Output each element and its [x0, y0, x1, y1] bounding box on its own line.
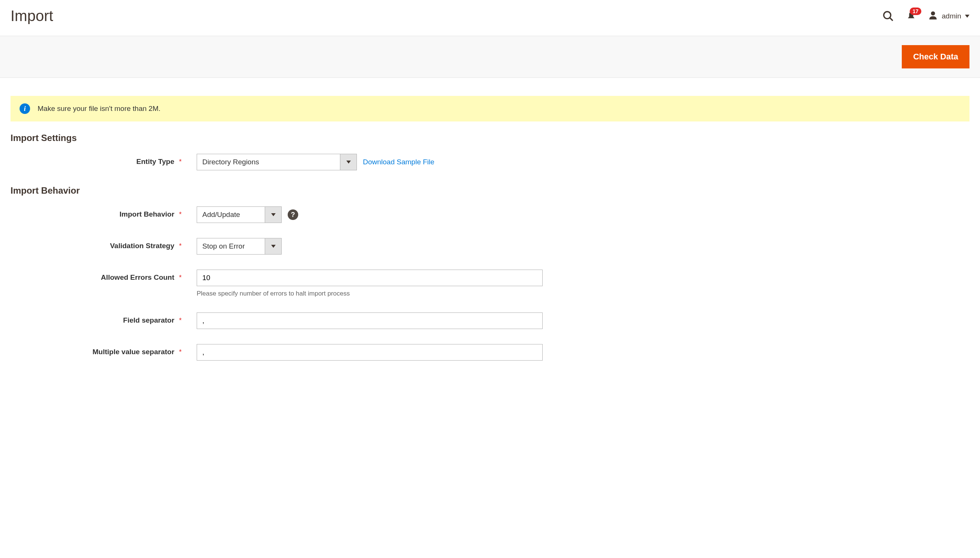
- info-icon: i: [20, 103, 30, 114]
- field-entity-type: Entity Type * Directory Regions Download…: [10, 154, 970, 170]
- required-mark: *: [179, 317, 182, 324]
- multiple-value-separator-label: Multiple value separator: [92, 348, 174, 356]
- validation-strategy-label: Validation Strategy: [110, 242, 174, 249]
- svg-line-1: [890, 18, 893, 21]
- action-bar: Check Data: [0, 36, 980, 78]
- header-actions: 17 admin: [882, 10, 970, 22]
- field-validation-strategy: Validation Strategy * Stop on Error: [10, 238, 970, 254]
- field-separator-input[interactable]: [197, 312, 543, 329]
- user-menu[interactable]: admin: [928, 10, 970, 22]
- field-import-behavior: Import Behavior * Add/Update ?: [10, 207, 970, 223]
- chevron-down-icon: [965, 15, 970, 18]
- field-field-separator: Field separator *: [10, 312, 970, 329]
- page-header: Import 17 admin: [10, 0, 970, 36]
- import-behavior-select[interactable]: Add/Update: [197, 207, 282, 223]
- multiple-value-separator-input[interactable]: [197, 344, 543, 361]
- field-allowed-errors: Allowed Errors Count * Please specify nu…: [10, 269, 970, 297]
- section-import-settings-title: Import Settings: [10, 133, 970, 143]
- entity-type-label: Entity Type: [136, 158, 174, 166]
- entity-type-select[interactable]: Directory Regions: [197, 154, 357, 170]
- notifications-badge: 17: [910, 8, 922, 15]
- required-mark: *: [179, 348, 182, 356]
- validation-strategy-select[interactable]: Stop on Error: [197, 238, 282, 254]
- allowed-errors-help: Please specify number of errors to halt …: [197, 290, 543, 297]
- allowed-errors-input[interactable]: [197, 269, 543, 286]
- required-mark: *: [179, 158, 182, 166]
- required-mark: *: [179, 274, 182, 281]
- help-icon[interactable]: ?: [288, 209, 298, 220]
- check-data-button[interactable]: Check Data: [902, 45, 970, 69]
- chevron-down-icon: [265, 207, 281, 223]
- user-icon: [928, 10, 938, 22]
- entity-type-value: Directory Regions: [197, 154, 340, 170]
- field-separator-label: Field separator: [123, 316, 174, 324]
- allowed-errors-label: Allowed Errors Count: [101, 273, 174, 281]
- section-import-behavior-title: Import Behavior: [10, 185, 970, 196]
- validation-strategy-value: Stop on Error: [197, 238, 265, 254]
- import-behavior-value: Add/Update: [197, 207, 265, 223]
- notifications-icon[interactable]: 17: [906, 11, 916, 21]
- chevron-down-icon: [340, 154, 356, 170]
- download-sample-link[interactable]: Download Sample File: [363, 158, 434, 166]
- file-size-notice: i Make sure your file isn't more than 2M…: [10, 96, 970, 121]
- search-icon[interactable]: [882, 10, 894, 22]
- required-mark: *: [179, 242, 182, 249]
- chevron-down-icon: [265, 238, 281, 254]
- required-mark: *: [179, 210, 182, 218]
- page-title: Import: [10, 8, 53, 25]
- user-name-label: admin: [942, 12, 961, 20]
- svg-point-0: [884, 11, 891, 19]
- import-behavior-label: Import Behavior: [120, 210, 174, 218]
- field-multiple-value-separator: Multiple value separator *: [10, 344, 970, 361]
- svg-point-2: [931, 11, 935, 15]
- notice-text: Make sure your file isn't more than 2M.: [38, 105, 161, 113]
